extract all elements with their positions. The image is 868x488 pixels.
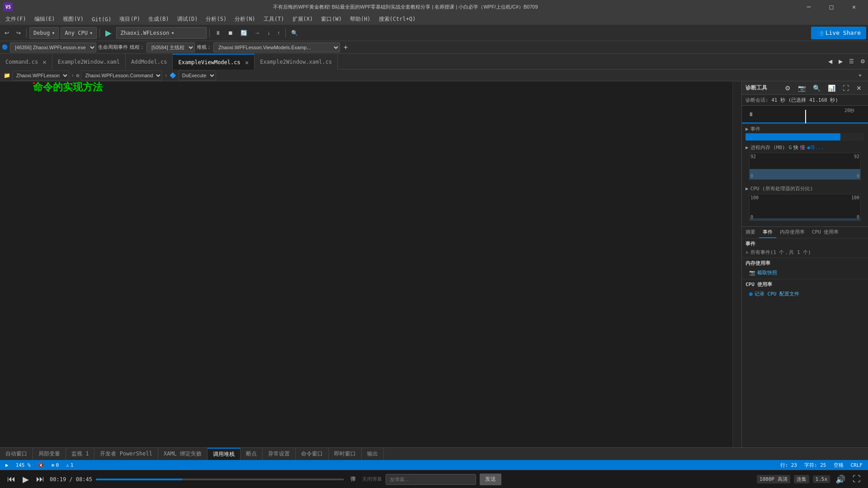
project-dropdown[interactable]: Zhaoxi.WFLesson ▾	[116, 27, 207, 39]
bottom-tab-breakpoints[interactable]: 断点	[241, 448, 263, 460]
breadcrumb-member[interactable]: DoExecute	[178, 70, 216, 80]
stack-dropdown[interactable]: Zhaoxi.WPFLesson.ViewModels.Examp...	[213, 42, 340, 52]
menu-edit[interactable]: 编辑(E)	[31, 14, 59, 24]
toolbar-btn-1[interactable]: ⏸	[212, 27, 223, 39]
bottom-tab-xaml[interactable]: XAML 绑定失败	[158, 448, 208, 460]
continue-btn[interactable]: ▶	[103, 27, 114, 39]
add-col-btn[interactable]: +	[342, 42, 349, 52]
snapshot-label[interactable]: 截取快照	[757, 269, 777, 276]
menu-window[interactable]: 窗口(W)	[317, 14, 345, 24]
diag-tab-memory[interactable]: 内存使用率	[776, 227, 808, 238]
tab-example2windowcs[interactable]: Example2Window.xaml.cs	[255, 54, 338, 70]
menu-tools[interactable]: 工具(T)	[260, 14, 288, 24]
bottom-tab-powershell[interactable]: 开发者 PowerShell	[94, 448, 158, 460]
error-count: 0	[56, 462, 59, 468]
video-barrage-toggle[interactable]: 弹	[348, 474, 359, 485]
tab-exampleviewmodel[interactable]: ExampleViewModel.cs ✕	[173, 54, 255, 70]
cpu-dropdown[interactable]: Any CPU ▾	[61, 27, 97, 39]
video-fullscreen[interactable]: ⛶	[851, 474, 863, 484]
menu-file[interactable]: 文件(F)	[2, 14, 30, 24]
bottom-tab-local[interactable]: 局部变量	[33, 448, 66, 460]
memory-tag-fast: 快	[793, 144, 798, 151]
breadcrumb-add[interactable]: +	[856, 70, 864, 81]
tab-settings[interactable]: ⚙	[858, 56, 868, 67]
status-warnings[interactable]: ⚠ 1	[64, 462, 75, 468]
minimap[interactable]	[732, 81, 741, 447]
toolbar-btn-5[interactable]: ↓	[264, 27, 273, 39]
debug-config-dropdown[interactable]: Debug ▾	[29, 27, 59, 39]
timeline-pause[interactable]: ⏸	[745, 108, 756, 120]
thread-dropdown[interactable]: [50584] 主线程	[146, 42, 195, 52]
video-send-btn[interactable]: 发送	[480, 474, 501, 485]
status-zoom[interactable]: 145 %	[14, 462, 33, 468]
maximize-btn[interactable]: □	[821, 0, 842, 14]
tab-exampleviewmodel-close[interactable]: ✕	[245, 59, 249, 66]
breadcrumb-project[interactable]: Zhaoxi.WPFLesson	[12, 70, 69, 80]
diag-search[interactable]: 🔍	[810, 82, 823, 94]
status-debug[interactable]: ▶	[4, 462, 10, 468]
diag-close[interactable]: ✕	[854, 82, 864, 94]
diag-chart[interactable]: 📊	[825, 82, 838, 94]
toolbar-btn-4[interactable]: →	[252, 27, 263, 39]
bottom-tab-watch[interactable]: 监视 1	[66, 448, 94, 460]
menu-help[interactable]: 帮助(H)	[346, 14, 374, 24]
video-progress[interactable]	[96, 479, 344, 480]
bottom-tab-output[interactable]: 输出	[362, 448, 384, 460]
toolbar-btn-6[interactable]: ↑	[274, 27, 283, 39]
menu-search[interactable]: 搜索(Ctrl+Q)	[375, 14, 420, 24]
status-col[interactable]: 字符: 25	[802, 462, 828, 469]
bottom-tab-exceptions[interactable]: 异常设置	[263, 448, 296, 460]
video-speed[interactable]: 1.5x	[813, 475, 830, 483]
toolbar-undo[interactable]: ↩	[2, 27, 12, 39]
status-lineending[interactable]: CRLF	[849, 462, 865, 468]
tab-scroll-right[interactable]: ▶	[836, 56, 845, 67]
status-line[interactable]: 行: 23	[778, 462, 799, 469]
video-play[interactable]: ▶	[21, 474, 31, 484]
video-comment-input[interactable]	[386, 474, 476, 485]
tab-addmodel[interactable]: AddModel.cs	[126, 54, 173, 70]
video-mode[interactable]: 连集	[794, 475, 809, 483]
code-editor[interactable]: 命令的实现方法	[0, 81, 741, 447]
menu-project[interactable]: 项目(P)	[116, 14, 144, 24]
video-volume[interactable]: 🔊	[834, 474, 847, 484]
toolbar-redo[interactable]: ↪	[14, 27, 24, 39]
menu-analyze[interactable]: 分析(S)	[202, 14, 230, 24]
tab-scroll-left[interactable]: ◀	[826, 56, 835, 67]
menu-view[interactable]: 视图(V)	[59, 14, 87, 24]
breadcrumb-namespace[interactable]: Zhaoxi.WPFLesson.Command	[81, 70, 162, 80]
diag-tab-event[interactable]: 事件	[759, 227, 776, 238]
tab-list[interactable]: ☰	[846, 56, 857, 67]
close-btn[interactable]: ✕	[844, 0, 864, 14]
minimize-btn[interactable]: ─	[798, 0, 819, 14]
status-space[interactable]: 空格	[832, 462, 845, 469]
cpu-profile-label[interactable]: 记录 CPU 配置文件	[755, 291, 799, 297]
tab-command-close[interactable]: ✕	[42, 58, 46, 66]
live-share-btn[interactable]: 👥 Live Share	[811, 27, 866, 39]
diag-expand[interactable]: ⛶	[840, 82, 852, 94]
bottom-tab-auto[interactable]: 自动窗口	[0, 448, 33, 460]
menu-build[interactable]: 生成(B)	[145, 14, 173, 24]
menu-git[interactable]: Git(G)	[88, 15, 115, 23]
video-next[interactable]: ⏭	[34, 474, 46, 484]
diag-tab-summary[interactable]: 摘要	[742, 227, 759, 238]
toolbar-search[interactable]: 🔍	[288, 27, 301, 39]
video-prev[interactable]: ⏮	[5, 474, 17, 484]
process-dropdown[interactable]: [46356] Zhaoxi.WPFLesson.exe	[10, 42, 96, 52]
diag-settings[interactable]: ⚙	[782, 82, 793, 94]
menu-ext[interactable]: 扩展(X)	[289, 14, 317, 24]
status-mute[interactable]: 🔇	[36, 462, 46, 468]
bottom-tab-callstack[interactable]: 调用堆栈	[208, 448, 241, 460]
bottom-tab-command[interactable]: 命令窗口	[296, 448, 329, 460]
bottom-tab-immediate[interactable]: 即时窗口	[329, 448, 362, 460]
toolbar-btn-2[interactable]: ⏹	[225, 27, 236, 39]
status-errors[interactable]: ⊗ 0	[50, 462, 61, 468]
video-quality[interactable]: 1080P 高清	[757, 475, 790, 483]
toolbar-btn-3[interactable]: 🔄	[238, 27, 250, 39]
code-content[interactable]: 命令的实现方法	[33, 81, 732, 447]
diag-tab-cpu[interactable]: CPU 使用率	[808, 227, 843, 238]
menu-debug[interactable]: 调试(D)	[174, 14, 202, 24]
diag-snapshot[interactable]: 📷	[795, 82, 808, 94]
tab-command[interactable]: Command.cs ✕	[0, 54, 52, 70]
tab-example2window[interactable]: Example2Window.xaml	[52, 54, 126, 70]
menu-analyze2[interactable]: 分析(N)	[231, 14, 259, 24]
